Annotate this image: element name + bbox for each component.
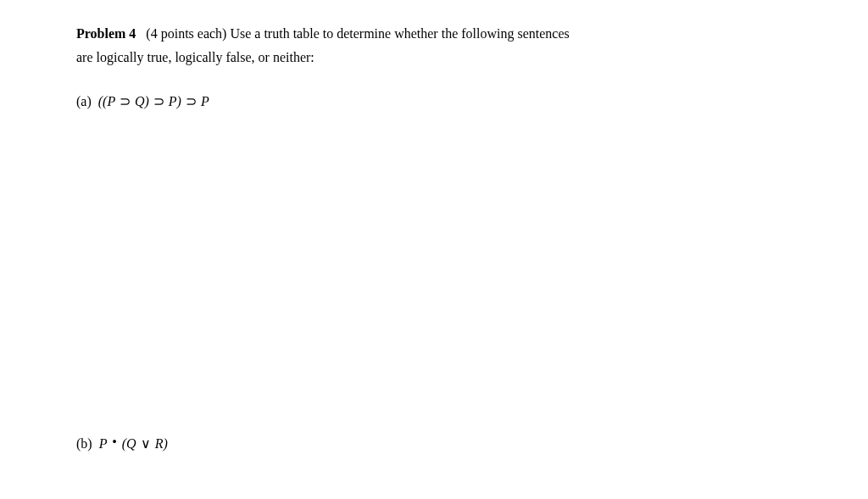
instruction-line-1: Use a truth table to determine whether t…: [230, 26, 569, 41]
part-a-formula: ((P ⊃ Q) ⊃ P) ⊃ P: [98, 94, 209, 108]
problem-points: (4 points each): [146, 26, 226, 41]
part-a: (a) ((P ⊃ Q) ⊃ P) ⊃ P: [76, 91, 792, 112]
part-a-label: (a): [76, 94, 92, 108]
problem-label: Problem 4: [76, 26, 136, 41]
part-b-label: (b): [76, 436, 92, 451]
part-b-formula: P • (Q ∨ R): [99, 436, 168, 451]
problem-header: Problem 4 (4 points each) Use a truth ta…: [76, 24, 792, 44]
instruction-line-2: are logically true, logically false, or …: [76, 47, 792, 68]
part-b: (b) P • (Q ∨ R): [76, 434, 792, 454]
